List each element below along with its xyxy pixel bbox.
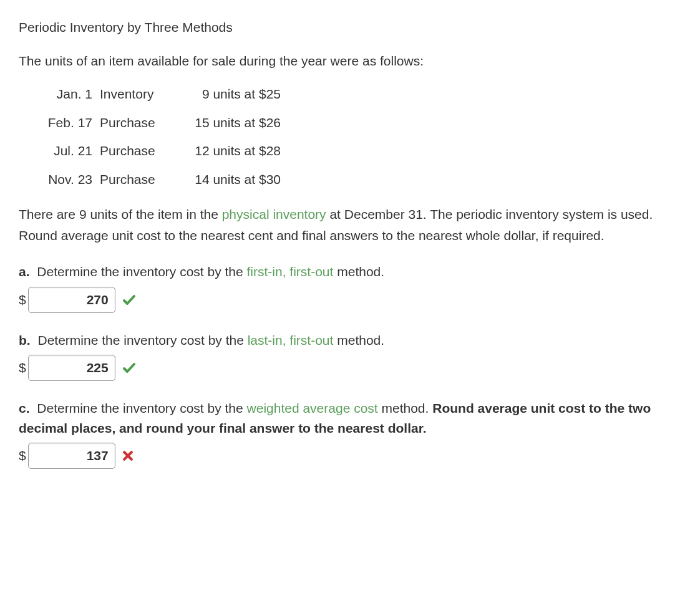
dollar-sign: $ — [19, 290, 26, 310]
question-label: c. — [19, 401, 30, 415]
question-post: method. — [333, 333, 384, 347]
type-cell: Purchase — [100, 113, 181, 133]
answer-row: $ — [19, 287, 661, 313]
type-cell: Inventory — [100, 84, 181, 104]
answer-row: $ — [19, 443, 661, 469]
date-cell: Jan. 1 — [31, 84, 100, 104]
x-icon — [122, 450, 134, 462]
question-label: a. — [19, 264, 30, 279]
units-cell: 14 units at $30 — [181, 170, 306, 190]
question-post: method. — [333, 264, 384, 279]
page-title: Periodic Inventory by Three Methods — [19, 17, 661, 37]
table-row: Nov. 23 Purchase 14 units at $30 — [31, 170, 661, 190]
type-cell: Purchase — [100, 170, 181, 190]
question-label: b. — [19, 333, 31, 347]
units-cell: 15 units at $26 — [181, 113, 306, 133]
question-pre: Determine the inventory cost by the — [37, 401, 246, 415]
units-cell: 9 units at $25 — [181, 84, 306, 104]
term-physical-inventory: physical inventory — [222, 207, 326, 221]
type-cell: Purchase — [100, 141, 181, 161]
date-cell: Feb. 17 — [31, 113, 100, 133]
question-pre: Determine the inventory cost by the — [37, 264, 246, 279]
table-row: Jan. 1 Inventory 9 units at $25 — [31, 84, 661, 104]
term-weighted-average: weighted average cost — [247, 401, 378, 415]
intro-text: The units of an item available for sale … — [19, 51, 661, 71]
question-b: b. Determine the inventory cost by the l… — [19, 330, 661, 382]
question-a: a. Determine the inventory cost by the f… — [19, 262, 661, 313]
term-lifo: last-in, first-out — [248, 333, 334, 347]
units-table: Jan. 1 Inventory 9 units at $25 Feb. 17 … — [31, 84, 661, 189]
check-icon — [122, 360, 137, 375]
check-icon — [122, 292, 137, 307]
question-text: c. Determine the inventory cost by the w… — [19, 398, 661, 438]
date-cell: Nov. 23 — [31, 170, 100, 190]
dollar-sign: $ — [19, 446, 26, 466]
question-c: c. Determine the inventory cost by the w… — [19, 398, 661, 469]
context-paragraph: There are 9 units of the item in the phy… — [19, 204, 661, 246]
term-fifo: first-in, first-out — [247, 264, 334, 279]
answer-input-a[interactable] — [28, 287, 115, 313]
question-text: a. Determine the inventory cost by the f… — [19, 262, 661, 282]
table-row: Feb. 17 Purchase 15 units at $26 — [31, 113, 661, 133]
answer-input-c[interactable] — [28, 443, 115, 469]
answer-input-b[interactable] — [28, 355, 115, 381]
arc-decoration — [0, 368, 12, 418]
question-pre: Determine the inventory cost by the — [38, 333, 248, 347]
paragraph-pre: There are 9 units of the item in the — [19, 207, 222, 221]
question-text: b. Determine the inventory cost by the l… — [19, 330, 661, 350]
units-cell: 12 units at $28 — [181, 141, 306, 161]
answer-row: $ — [19, 355, 661, 381]
question-post: method. — [378, 401, 433, 415]
table-row: Jul. 21 Purchase 12 units at $28 — [31, 141, 661, 161]
dollar-sign: $ — [19, 358, 26, 378]
date-cell: Jul. 21 — [31, 141, 100, 161]
